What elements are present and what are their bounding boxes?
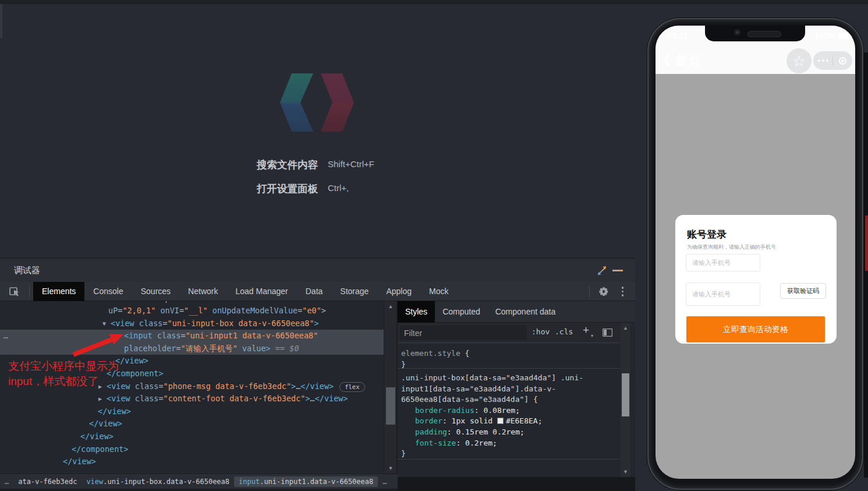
debugger-titlebar: 调试器 [0, 259, 635, 282]
dom-tree-row[interactable]: ▶<view class="content-foot data-v-f6eb3e… [0, 393, 384, 405]
css-property[interactable]: border: 1px solid #E6E8EA; [401, 416, 625, 427]
new-style-rule-button[interactable]: + [583, 324, 589, 337]
toolbar-separator [29, 285, 30, 297]
scroll-up-icon[interactable]: ▲ [384, 303, 397, 309]
tab-console[interactable]: Console [84, 282, 132, 301]
shortcut-search-keys: Shift+Ctrl+F [328, 159, 374, 169]
elements-scrollbar-thumb[interactable] [386, 387, 395, 425]
code-token: onI [250, 301, 270, 303]
code-token: … [310, 394, 315, 403]
breadcrumb-overflow[interactable]: … [0, 476, 13, 487]
styles-tabs: StylesComputedComponent data [398, 301, 635, 323]
tab-network[interactable]: Network [179, 282, 226, 301]
code-token: "volatile" [274, 301, 321, 303]
code-token: class [130, 394, 159, 403]
breadcrumb: …ata-v-f6eb3edcview.uni-input-box.data-v… [0, 474, 398, 489]
dom-tree-row[interactable]: </view> [0, 405, 384, 418]
code-token: = [269, 301, 274, 303]
breadcrumb-item[interactable]: view.uni-input-box.data-v-6650eea8 [82, 476, 234, 487]
styles-tab-computed[interactable]: Computed [435, 301, 488, 323]
close-minip-button[interactable] [833, 57, 852, 65]
css-property[interactable]: border-radius: 0.08rem; [401, 405, 625, 416]
elements-scrollbar[interactable]: ▲ ▼ [384, 301, 396, 474]
tab-mock[interactable]: Mock [420, 282, 457, 301]
minimize-icon[interactable] [612, 270, 623, 271]
inspect-element-button[interactable] [0, 285, 29, 297]
styles-pane: StylesComputedComponent data Filter :hov… [398, 301, 635, 477]
element-style-section[interactable]: element.style { } [398, 343, 625, 369]
code-token: = [181, 331, 186, 340]
styles-scrollbar-thumb[interactable] [622, 373, 629, 416]
submit-button[interactable]: 立即查询活动资格 [686, 316, 825, 342]
code-token: uP [108, 306, 118, 315]
styles-scroll-down-icon[interactable]: ▼ [621, 469, 630, 475]
code-token: > [266, 344, 271, 353]
dom-tree-row[interactable]: ▼<view class="uni-input-box data-v-6650e… [0, 317, 384, 330]
code-token: </view> [98, 407, 131, 416]
collapsed-arrow-icon[interactable]: ▶ [98, 380, 102, 393]
tab-load-manager[interactable]: Load Manager [226, 282, 296, 301]
dom-tree-row[interactable]: …<input class="uni-input1 data-v-6650eea… [0, 330, 384, 342]
debugger-panel: 调试器 ElementsConsoleSourcesNetworkLoad Ma… [0, 258, 635, 491]
css-property[interactable]: font-size: 0.2rem; [401, 438, 625, 449]
dom-tree-row[interactable]: </view> [0, 418, 384, 430]
hov-toggle[interactable]: :hov [532, 327, 550, 336]
bottom-strip [0, 489, 398, 491]
toolbar-separator-right [589, 286, 590, 298]
get-code-button[interactable]: 获取验证码 [780, 283, 826, 299]
styles-scrollbar[interactable]: ▲ ▼ [621, 323, 630, 477]
styles-scroll-up-icon[interactable]: ▲ [621, 325, 630, 331]
collapsed-arrow-icon[interactable]: ▶ [98, 393, 102, 405]
hbuilderx-logo [280, 73, 354, 132]
more-menu-button[interactable] [813, 59, 832, 62]
gear-icon[interactable] [599, 287, 609, 296]
css-property[interactable]: padding: 0.15rem 0.2rem; [401, 427, 625, 438]
cls-toggle[interactable]: .cls [555, 327, 573, 336]
speaker-grille [747, 31, 781, 37]
scroll-down-icon[interactable]: ▼ [384, 465, 397, 471]
tab-sources[interactable]: Sources [132, 282, 179, 301]
color-swatch[interactable] [497, 418, 504, 424]
code-token: $0 [289, 344, 299, 353]
code-token: "uni-input" [132, 301, 184, 303]
breadcrumb-overflow[interactable]: … [378, 476, 391, 487]
css-property-name: padding [415, 428, 447, 436]
battery-icon [838, 33, 851, 39]
row-menu-dots[interactable]: … [3, 330, 9, 342]
crumb-part: .uni-input-box.data-v-6650eea8 [103, 478, 229, 486]
back-button[interactable] [663, 52, 671, 68]
code-token: <input [124, 331, 153, 340]
inspect-icon [9, 285, 20, 297]
breadcrumb-item[interactable]: input.uni-input1.data-v-6650eea8 [234, 476, 378, 487]
dom-tree-row[interactable]: uP="2,0,1" onVI="__l" onUpdateModelValue… [0, 305, 384, 317]
dom-tree-row[interactable]: </view> [0, 430, 384, 443]
tab-data[interactable]: Data [297, 282, 332, 301]
css-rule-section[interactable]: .uni-input-box[data-sa="e3aad4da"] .uni-… [398, 369, 625, 460]
styles-tab-component-data[interactable]: Component data [488, 301, 564, 323]
verify-code-input[interactable]: 请输入手机号 [686, 282, 760, 306]
code-token: </component> [72, 444, 129, 454]
code-token: <view [107, 382, 130, 391]
dom-tree-row[interactable]: placeholder="请输入手机号" value> == $0 [0, 342, 384, 355]
tab-applog[interactable]: Applog [377, 282, 420, 301]
tab-storage[interactable]: Storage [331, 282, 377, 301]
tab-elements[interactable]: Elements [33, 282, 84, 301]
code-token: "__l" [184, 306, 208, 315]
panel-toggle-icon[interactable] [603, 328, 612, 337]
close-brace: } [401, 360, 406, 369]
styles-tab-styles[interactable]: Styles [398, 301, 435, 323]
dom-tree-row[interactable]: </view> [0, 455, 384, 468]
flex-badge[interactable]: flex [339, 382, 364, 392]
phone-number-input[interactable]: 请输入手机号 [686, 254, 760, 271]
more-options-icon[interactable] [618, 287, 628, 296]
code-token: = [162, 319, 167, 328]
breadcrumb-item[interactable]: ata-v-f6eb3edc [13, 476, 82, 487]
code-token: <view [107, 394, 130, 403]
styles-filter-input[interactable]: Filter [400, 326, 527, 340]
shortcut-settings-keys: Ctrl+, [328, 183, 349, 193]
code-token: value [238, 344, 266, 353]
css-property-value: : 0.15rem 0.2rem; [447, 428, 525, 436]
expand-icon[interactable] [596, 265, 608, 277]
favorite-button[interactable]: ☆ [786, 48, 812, 73]
dom-tree-row[interactable]: </component> [0, 443, 384, 456]
